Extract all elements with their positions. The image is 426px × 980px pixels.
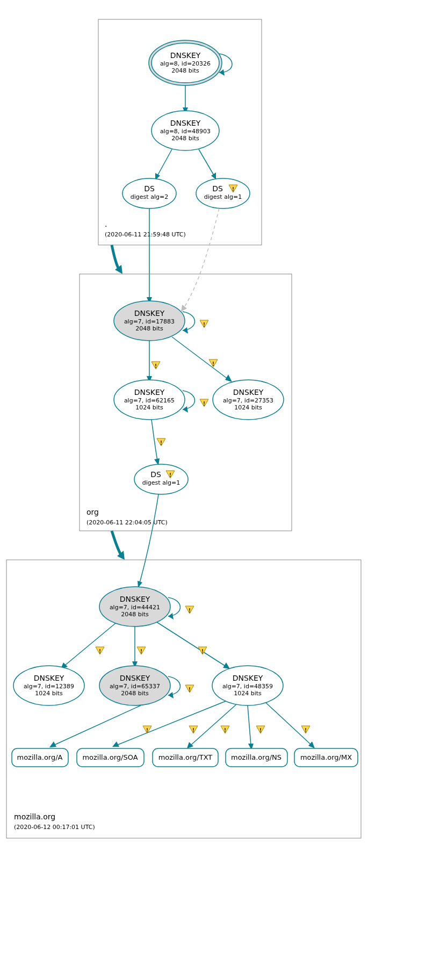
- svg-text:alg=7, id=27353: alg=7, id=27353: [223, 397, 273, 404]
- svg-text:DNSKEY: DNSKEY: [120, 595, 150, 603]
- warning-icon: !: [151, 362, 160, 370]
- warning-icon: !: [301, 726, 310, 734]
- svg-text:!: !: [304, 727, 307, 734]
- svg-text:DS: DS: [144, 184, 155, 193]
- warning-icon: !: [137, 647, 146, 655]
- svg-text:digest alg=2: digest alg=2: [131, 193, 168, 200]
- svg-marker-30: [183, 327, 188, 334]
- svg-text:mozilla.org/SOA: mozilla.org/SOA: [82, 753, 138, 761]
- svg-text:alg=8, id=20326: alg=8, id=20326: [160, 60, 211, 67]
- svg-text:1024 bits: 1024 bits: [234, 690, 262, 697]
- svg-text:1024 bits: 1024 bits: [35, 690, 63, 697]
- svg-text:!: !: [192, 727, 194, 734]
- svg-marker-13: [211, 172, 216, 179]
- node-root-zsk: DNSKEY alg=8, id=48903 2048 bits: [151, 111, 219, 150]
- svg-marker-43: [183, 406, 188, 413]
- svg-text:2048 bits: 2048 bits: [121, 690, 149, 697]
- svg-text:!: !: [212, 361, 214, 367]
- svg-text:!: !: [188, 607, 191, 614]
- svg-text:2048 bits: 2048 bits: [121, 611, 149, 618]
- node-moz-k3: DNSKEY alg=7, id=65337 2048 bits: [99, 666, 170, 705]
- zone-root-label: .: [105, 220, 107, 228]
- node-org-ds: DS digest alg=1 !: [134, 464, 188, 494]
- node-moz-ksk: DNSKEY alg=7, id=44421 2048 bits: [99, 587, 170, 626]
- svg-marker-74: [223, 662, 230, 669]
- svg-text:!: !: [188, 686, 191, 693]
- rr-txt: mozilla.org/TXT: [153, 748, 218, 767]
- node-org-zsk1: DNSKEY alg=7, id=62165 1024 bits: [114, 380, 185, 420]
- svg-text:!: !: [140, 648, 142, 655]
- svg-text:!: !: [169, 472, 171, 479]
- warning-icon: !: [157, 438, 165, 446]
- rr-mx: mozilla.org/MX: [294, 748, 358, 767]
- zone-org-time: (2020-06-11 22:04:05 UTC): [86, 519, 168, 526]
- svg-marker-24: [181, 305, 187, 312]
- node-root-ds1: DS digest alg=1 !: [196, 178, 250, 208]
- zone-moz: mozilla.org (2020-06-12 00:17:01 UTC) DN…: [6, 560, 361, 838]
- svg-text:mozilla.org/MX: mozilla.org/MX: [300, 753, 352, 761]
- svg-marker-36: [225, 374, 232, 382]
- svg-text:DNSKEY: DNSKEY: [170, 51, 201, 60]
- svg-text:2048 bits: 2048 bits: [135, 325, 163, 332]
- warning-icon: !: [185, 606, 194, 614]
- svg-text:2048 bits: 2048 bits: [171, 67, 199, 74]
- svg-text:DNSKEY: DNSKEY: [34, 674, 64, 682]
- rr-a: mozilla.org/A: [12, 748, 68, 767]
- svg-text:DNSKEY: DNSKEY: [134, 388, 165, 397]
- svg-text:DS: DS: [150, 470, 161, 479]
- svg-text:alg=7, id=12389: alg=7, id=12389: [24, 683, 74, 690]
- svg-text:!: !: [98, 648, 101, 655]
- node-org-zsk2: DNSKEY alg=7, id=27353 1024 bits: [213, 380, 284, 420]
- node-moz-k2: DNSKEY alg=7, id=12389 1024 bits: [13, 666, 84, 705]
- svg-marker-85: [168, 692, 174, 698]
- warning-icon: !: [96, 647, 104, 655]
- svg-text:!: !: [154, 363, 157, 370]
- svg-text:!: !: [160, 439, 162, 446]
- svg-text:!: !: [259, 727, 262, 734]
- svg-text:DNSKEY: DNSKEY: [233, 674, 263, 682]
- zone-moz-time: (2020-06-12 00:17:01 UTC): [14, 824, 95, 831]
- zone-moz-label: mozilla.org: [14, 812, 55, 821]
- warning-icon: !: [200, 399, 208, 407]
- svg-text:digest alg=1: digest alg=1: [204, 193, 242, 200]
- svg-text:DNSKEY: DNSKEY: [233, 388, 264, 397]
- svg-text:alg=7, id=44421: alg=7, id=44421: [110, 604, 160, 611]
- svg-marker-104: [308, 741, 315, 748]
- svg-text:mozilla.org/NS: mozilla.org/NS: [231, 753, 281, 761]
- zone-org-label: org: [86, 508, 99, 516]
- svg-text:!: !: [146, 727, 148, 734]
- svg-text:alg=7, id=48359: alg=7, id=48359: [222, 683, 273, 690]
- svg-text:1024 bits: 1024 bits: [234, 404, 262, 411]
- svg-text:!: !: [201, 648, 204, 655]
- rr-soa: mozilla.org/SOA: [77, 748, 144, 767]
- svg-text:DNSKEY: DNSKEY: [120, 674, 150, 682]
- svg-text:mozilla.org/TXT: mozilla.org/TXT: [158, 753, 213, 761]
- svg-text:!: !: [223, 727, 226, 734]
- svg-text:1024 bits: 1024 bits: [135, 404, 163, 411]
- svg-text:!: !: [203, 321, 205, 328]
- rr-ns: mozilla.org/NS: [226, 748, 287, 767]
- svg-marker-96: [187, 742, 193, 748]
- svg-text:2048 bits: 2048 bits: [171, 135, 199, 142]
- svg-text:mozilla.org/A: mozilla.org/A: [17, 753, 63, 761]
- svg-text:alg=7, id=17883: alg=7, id=17883: [124, 318, 175, 325]
- svg-text:DS: DS: [212, 184, 223, 193]
- svg-text:DNSKEY: DNSKEY: [134, 309, 165, 318]
- svg-text:!: !: [203, 400, 205, 407]
- svg-text:DNSKEY: DNSKEY: [170, 119, 201, 127]
- dnssec-diagram: . (2020-06-11 21:59:48 UTC) DNSKEY alg=8…: [0, 0, 426, 980]
- warning-icon: !: [209, 359, 218, 367]
- node-root-ksk: DNSKEY alg=8, id=20326 2048 bits: [149, 40, 222, 85]
- node-root-ds2: DS digest alg=2: [122, 178, 176, 208]
- warning-icon: !: [200, 320, 208, 328]
- node-moz-k4: DNSKEY alg=7, id=48359 1024 bits: [212, 666, 283, 705]
- warning-icon: !: [221, 726, 229, 734]
- zone-root-time: (2020-06-11 21:59:48 UTC): [105, 231, 186, 238]
- svg-text:alg=7, id=62165: alg=7, id=62165: [124, 397, 175, 404]
- svg-text:alg=7, id=65337: alg=7, id=65337: [110, 683, 160, 690]
- warning-icon: !: [256, 726, 265, 734]
- svg-text:!: !: [232, 186, 234, 193]
- svg-text:alg=8, id=48903: alg=8, id=48903: [160, 128, 211, 135]
- warning-icon: !: [189, 726, 198, 734]
- svg-marker-65: [168, 613, 174, 619]
